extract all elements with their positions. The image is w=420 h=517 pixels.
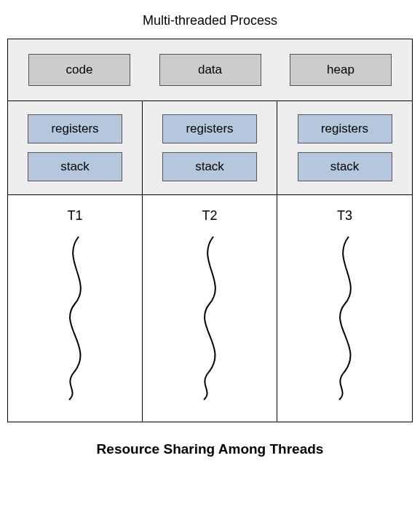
thread-squiggle-icon	[173, 231, 246, 406]
shared-resources-row: code data heap	[8, 39, 412, 101]
thread1-private-cell: registers stack	[8, 101, 143, 194]
thread1-label: T1	[67, 208, 82, 224]
heap-segment-box: heap	[290, 54, 392, 86]
stack-box: stack	[162, 152, 257, 181]
thread1-execution-cell: T1	[8, 195, 143, 422]
thread2-label: T2	[202, 208, 217, 224]
stack-box: stack	[28, 152, 122, 181]
thread-private-row: registers stack registers stack register…	[8, 101, 412, 195]
code-segment-box: code	[28, 54, 130, 86]
registers-box: registers	[28, 114, 122, 143]
process-box: code data heap registers stack registers…	[7, 39, 413, 422]
registers-box: registers	[162, 114, 257, 143]
thread3-execution-cell: T3	[277, 195, 412, 422]
thread2-execution-cell: T2	[143, 195, 277, 422]
thread-squiggle-icon	[39, 231, 111, 406]
data-segment-box: data	[159, 54, 261, 86]
diagram-title: Multi-threaded Process	[0, 0, 420, 39]
thread2-private-cell: registers stack	[143, 101, 277, 194]
diagram-caption: Resource Sharing Among Threads	[0, 422, 420, 476]
stack-box: stack	[298, 152, 392, 181]
thread-squiggle-icon	[309, 231, 381, 406]
registers-box: registers	[298, 114, 392, 143]
thread3-private-cell: registers stack	[277, 101, 412, 194]
thread3-label: T3	[337, 208, 352, 224]
thread-execution-row: T1 T2 T3	[8, 195, 412, 422]
